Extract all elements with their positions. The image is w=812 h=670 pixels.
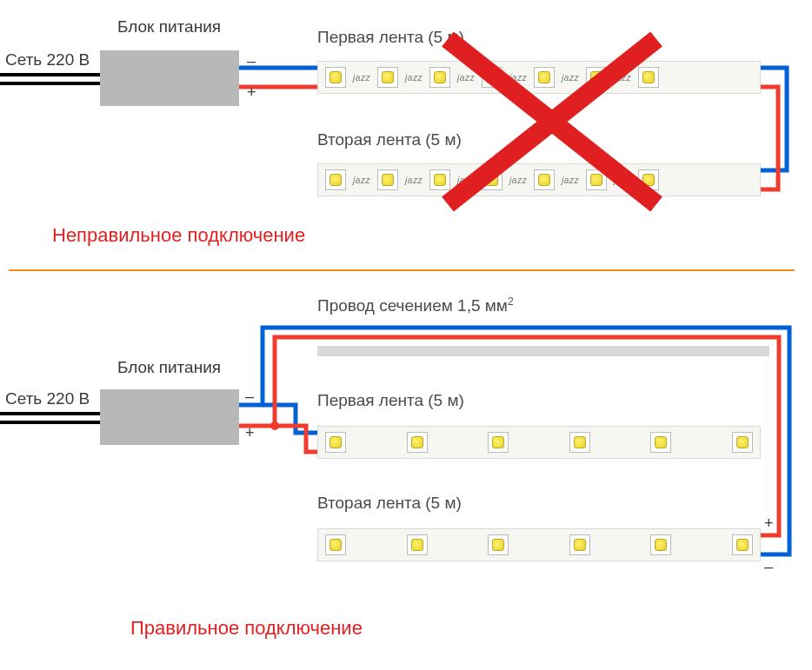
led-chip <box>732 432 753 453</box>
section-divider <box>9 269 795 271</box>
led-chip <box>650 534 671 555</box>
led-strip <box>317 528 761 561</box>
led-chip <box>732 534 753 555</box>
led-chip <box>325 534 346 555</box>
led-strip <box>317 426 761 459</box>
strip2-label: Вторая лента (5 м) <box>317 494 462 513</box>
led-chip <box>534 67 555 88</box>
strip-brand-text: jazz <box>450 176 482 185</box>
strip2-label: Вторая лента (5 м) <box>317 130 462 149</box>
led-chip <box>488 432 509 453</box>
led-chip <box>407 432 428 453</box>
led-chip <box>482 169 503 190</box>
plus-sign: + <box>247 83 256 102</box>
led-chip <box>638 169 659 190</box>
plus-sign: + <box>764 514 774 533</box>
led-chip <box>377 169 398 190</box>
strip-brand-text: jazz <box>398 176 429 185</box>
section-correct: Провод сечением 1,5 мм2 Блок питания Сет… <box>0 287 812 670</box>
strip-brand-text: jazz <box>503 176 534 185</box>
led-chip <box>569 534 590 555</box>
led-chip <box>325 169 346 190</box>
strip-brand-text: jazz <box>346 73 377 83</box>
led-chip <box>377 67 398 88</box>
led-chip <box>482 67 503 88</box>
led-chip <box>586 67 607 88</box>
led-chip <box>429 67 450 88</box>
strip-brand-text: jazz <box>450 73 482 83</box>
wiring-svg <box>0 287 812 669</box>
strip-brand-text: jazz <box>346 176 377 185</box>
led-chip <box>407 534 428 555</box>
strip1-label: Первая лента (5 м) <box>317 391 464 410</box>
led-chip <box>429 169 450 190</box>
led-chip <box>325 67 346 88</box>
section-incorrect: Блок питания Сеть 220 В – + Первая лента… <box>0 0 812 269</box>
plus-sign: + <box>245 424 255 442</box>
strip-brand-text: jazz <box>503 73 534 83</box>
strip-brand-text: jazz <box>555 176 586 185</box>
led-chip <box>569 432 590 453</box>
correct-caption: Правильное подключение <box>130 617 363 640</box>
led-strip: jazzjazzjazzjazzjazzjazz <box>317 163 761 196</box>
strip1-label: Первая лента (5 м) <box>317 28 464 47</box>
led-chip <box>586 169 607 190</box>
minus-sign: – <box>245 388 254 406</box>
svg-point-2 <box>270 421 279 430</box>
led-chip <box>325 432 346 453</box>
led-chip <box>650 432 671 453</box>
strip-brand-text: jazz <box>607 73 638 83</box>
strip-brand-text: jazz <box>398 73 429 83</box>
led-chip <box>534 169 555 190</box>
strip-brand-text: jazz <box>607 176 638 185</box>
led-strip: jazzjazzjazzjazzjazzjazz <box>317 61 761 94</box>
led-chip <box>638 67 659 88</box>
incorrect-caption: Неправильное подключение <box>52 224 305 247</box>
minus-sign: – <box>764 558 773 576</box>
led-chip <box>488 534 509 555</box>
minus-sign: – <box>247 52 256 70</box>
strip-brand-text: jazz <box>555 73 586 83</box>
